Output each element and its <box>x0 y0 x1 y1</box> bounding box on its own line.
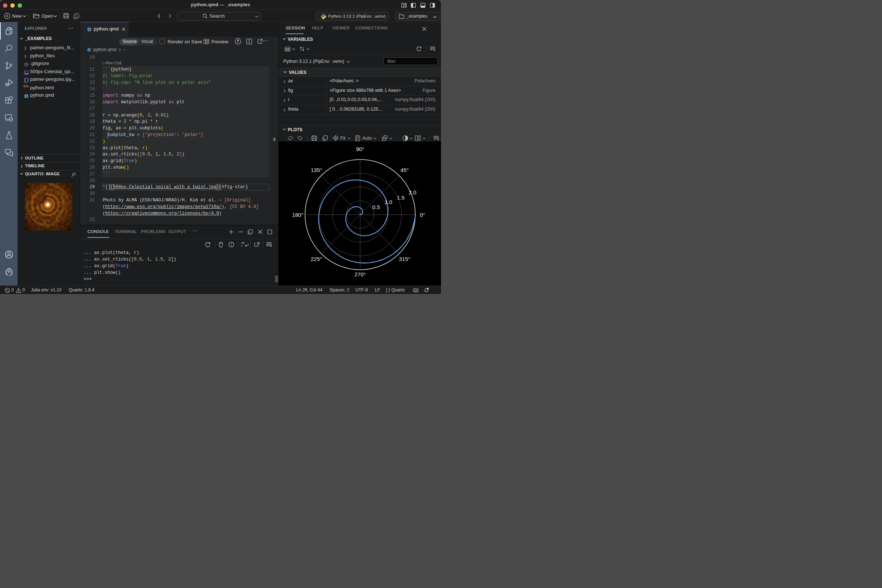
svg-text:135°: 135° <box>310 167 322 173</box>
svg-text:90°: 90° <box>356 146 364 152</box>
svg-text:0.5: 0.5 <box>372 204 380 210</box>
svg-text:1.5: 1.5 <box>397 194 405 201</box>
svg-text:315°: 315° <box>399 256 410 262</box>
svg-text:0°: 0° <box>420 212 425 218</box>
svg-text:180°: 180° <box>292 212 303 218</box>
svg-text:45°: 45° <box>400 167 409 173</box>
svg-text:225°: 225° <box>310 256 322 262</box>
svg-text:2.0: 2.0 <box>409 189 416 195</box>
svg-text:270°: 270° <box>354 271 366 278</box>
svg-text:1.0: 1.0 <box>385 199 393 205</box>
